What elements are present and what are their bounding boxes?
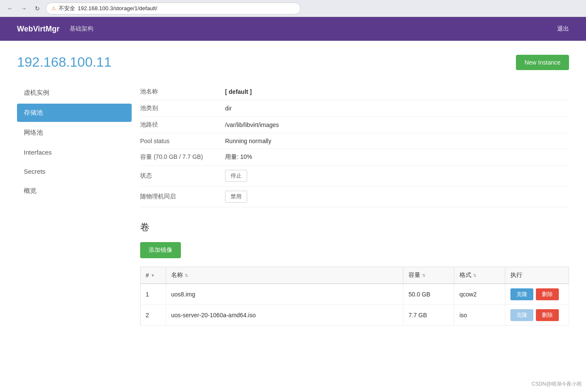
- cell-format: qcow2: [454, 284, 505, 305]
- prop-row-path: 池路径 /var/lib/libvirt/images: [140, 117, 569, 133]
- th-capacity: 容量 ⇅: [403, 267, 454, 284]
- url-text: 192.168.100.3/storage/1/default/: [78, 5, 157, 11]
- prop-row-type: 池类别 dir: [140, 100, 569, 117]
- main-content: 192.168.100.11 New Instance 虚机实例 存储池 网络池…: [0, 41, 586, 392]
- clone-button-1[interactable]: 克隆: [510, 288, 533, 300]
- cell-name: uos8.img: [166, 284, 403, 305]
- table-row: 2 uos-server-20-1060a-amd64.iso 7.7 GB i…: [141, 305, 569, 326]
- prop-row-autostart: 随物理机同启 禁用: [140, 186, 569, 207]
- volumes-title: 卷: [140, 221, 569, 234]
- th-format: 格式 ⇅: [454, 267, 505, 284]
- watermark: CSDN@晴湖今夜小雨: [532, 381, 582, 388]
- security-icon: ⚠: [51, 6, 56, 11]
- th-actions: 执行: [505, 267, 569, 284]
- address-bar[interactable]: ⚠ 不安全 192.168.100.3/storage/1/default/: [46, 3, 301, 14]
- th-name: 名称 ⇅: [166, 267, 403, 284]
- sidebar-item-network[interactable]: 网络池: [17, 124, 132, 142]
- prop-value-type: dir: [225, 105, 569, 112]
- sidebar-item-storage[interactable]: 存储池: [17, 104, 132, 122]
- cell-actions: 克隆 删除: [505, 305, 569, 326]
- reload-button[interactable]: ↻: [32, 3, 42, 14]
- page-title: 192.168.100.11: [17, 54, 111, 70]
- state-stop-button[interactable]: 停止: [225, 170, 247, 182]
- cell-format: iso: [454, 305, 505, 326]
- sort-hash-icon: ▼: [151, 273, 155, 278]
- top-nav-left: WebVirtMgr 基础架构: [17, 25, 93, 34]
- delete-button-2[interactable]: 删除: [536, 309, 559, 321]
- cell-num: 1: [141, 284, 166, 305]
- sort-capacity-icon: ⇅: [422, 273, 425, 278]
- prop-label-state: 状态: [140, 172, 225, 180]
- browser-bar: ← → ↻ ⚠ 不安全 192.168.100.3/storage/1/defa…: [0, 0, 586, 17]
- prop-value-path: /var/lib/libvirt/images: [225, 121, 569, 128]
- prop-value-capacity: 用量: 10%: [225, 153, 569, 161]
- sidebar-item-vm[interactable]: 虚机实例: [17, 84, 132, 102]
- table-header-row: # ▼ 名称 ⇅: [141, 267, 569, 284]
- volumes-table: # ▼ 名称 ⇅: [140, 267, 569, 326]
- security-label: 不安全: [59, 5, 75, 12]
- prop-row-status: Pool status Running normally: [140, 133, 569, 149]
- sort-name-icon: ⇅: [185, 273, 188, 278]
- cell-num: 2: [141, 305, 166, 326]
- info-area: 池名称 [ default ] 池类别 dir 池路径 /var/lib/lib…: [140, 84, 569, 326]
- sidebar: 虚机实例 存储池 网络池 Interfaces Secrets 概览: [17, 84, 140, 326]
- forward-button[interactable]: →: [19, 3, 29, 14]
- app-title: WebVirtMgr: [17, 25, 59, 34]
- volumes-section: 卷 添加镜像 # ▼: [140, 221, 569, 326]
- prop-label-type: 池类别: [140, 104, 225, 112]
- page-header: 192.168.100.11 New Instance: [17, 54, 569, 70]
- cell-actions: 克隆 删除: [505, 284, 569, 305]
- prop-label-name: 池名称: [140, 88, 225, 96]
- pool-properties: 池名称 [ default ] 池类别 dir 池路径 /var/lib/lib…: [140, 84, 569, 207]
- nav-infra-link[interactable]: 基础架构: [70, 25, 93, 33]
- cell-name: uos-server-20-1060a-amd64.iso: [166, 305, 403, 326]
- content-layout: 虚机实例 存储池 网络池 Interfaces Secrets 概览 池名称 […: [17, 84, 569, 326]
- logout-button[interactable]: 退出: [557, 25, 569, 33]
- prop-label-capacity: 容量 (70.0 GB / 7.7 GB): [140, 153, 225, 161]
- table-row: 1 uos8.img 50.0 GB qcow2 克隆 删除: [141, 284, 569, 305]
- cell-capacity: 50.0 GB: [403, 284, 454, 305]
- prop-row-state: 状态 停止: [140, 166, 569, 186]
- prop-label-status: Pool status: [140, 138, 225, 144]
- clone-button-2[interactable]: 克隆: [510, 309, 533, 321]
- back-button[interactable]: ←: [5, 3, 15, 14]
- top-nav: WebVirtMgr 基础架构 退出: [0, 17, 586, 41]
- th-hash: # ▼: [141, 267, 166, 284]
- cell-capacity: 7.7 GB: [403, 305, 454, 326]
- sort-format-icon: ⇅: [473, 273, 476, 278]
- prop-row-name: 池名称 [ default ]: [140, 84, 569, 100]
- sidebar-item-secrets[interactable]: Secrets: [17, 163, 132, 180]
- delete-button-1[interactable]: 删除: [536, 288, 559, 300]
- sidebar-item-overview[interactable]: 概览: [17, 182, 132, 200]
- prop-row-capacity: 容量 (70.0 GB / 7.7 GB) 用量: 10%: [140, 149, 569, 166]
- sidebar-item-interfaces[interactable]: Interfaces: [17, 144, 132, 161]
- add-image-button[interactable]: 添加镜像: [140, 242, 181, 258]
- new-instance-button[interactable]: New Instance: [516, 55, 569, 70]
- prop-value-status: Running normally: [225, 138, 569, 144]
- prop-value-name: [ default ]: [225, 88, 569, 95]
- prop-label-autostart: 随物理机同启: [140, 193, 225, 200]
- autostart-disable-button[interactable]: 禁用: [225, 191, 247, 203]
- prop-label-path: 池路径: [140, 121, 225, 129]
